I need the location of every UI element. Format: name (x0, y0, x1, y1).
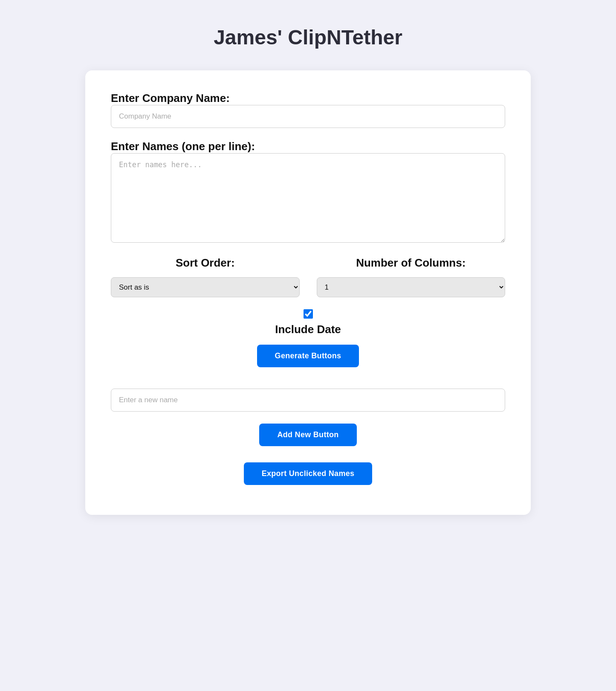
include-date-checkbox[interactable] (304, 309, 313, 319)
include-date-label: Include Date (275, 323, 341, 336)
sort-order-select[interactable]: Sort as is Alphabetical A-Z Alphabetical… (111, 277, 300, 297)
names-label: Enter Names (one per line): (111, 140, 255, 153)
columns-label: Number of Columns: (356, 256, 466, 270)
new-name-input[interactable] (111, 389, 505, 412)
sort-order-col: Sort Order: Sort as is Alphabetical A-Z … (111, 256, 300, 297)
page-wrapper: James' ClipNTether Enter Company Name: E… (0, 0, 616, 600)
page-title: James' ClipNTether (85, 17, 531, 49)
names-textarea[interactable] (111, 153, 505, 243)
divider (111, 376, 505, 389)
sort-columns-row: Sort Order: Sort as is Alphabetical A-Z … (111, 256, 505, 297)
columns-col: Number of Columns: 1 2 3 4 (317, 256, 506, 297)
main-card: Enter Company Name: Enter Names (one per… (85, 70, 531, 515)
sort-order-label: Sort Order: (176, 256, 235, 270)
company-name-label: Enter Company Name: (111, 92, 230, 105)
action-buttons-row: Add New Button Export Unclicked Names (111, 424, 505, 494)
include-date-row: Include Date (111, 309, 505, 336)
columns-select[interactable]: 1 2 3 4 (317, 277, 506, 297)
add-new-button[interactable]: Add New Button (259, 424, 356, 446)
generate-buttons-button[interactable]: Generate Buttons (257, 345, 359, 367)
export-unclicked-button[interactable]: Export Unclicked Names (244, 462, 373, 485)
company-name-input[interactable] (111, 105, 505, 128)
